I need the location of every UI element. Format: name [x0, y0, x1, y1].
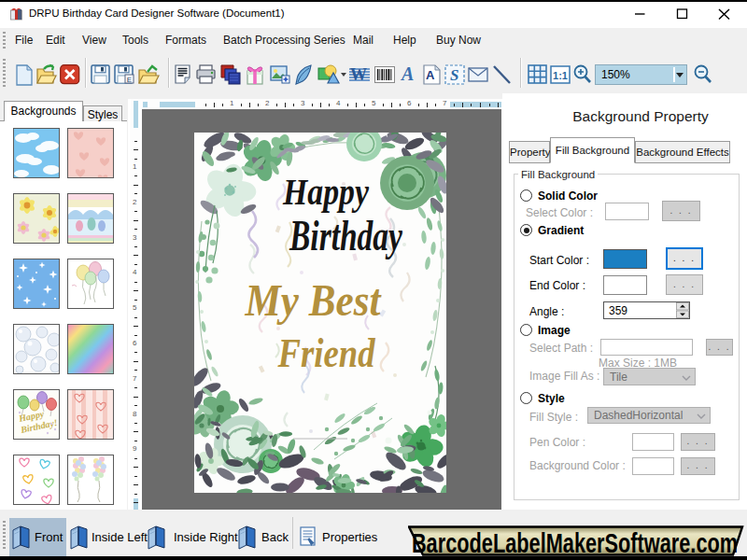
svg-text:BarcodeLabelMakerSoftware.com: BarcodeLabelMakerSoftware.com [412, 528, 738, 557]
svg-text:E: E [127, 76, 132, 84]
svg-text:W: W [350, 65, 367, 84]
svg-text:My Best: My Best [245, 275, 382, 325]
svg-text:Happy: Happy [282, 171, 369, 213]
svg-text:A: A [400, 63, 414, 84]
svg-text:A: A [426, 68, 435, 82]
svg-text:S: S [450, 66, 458, 84]
svg-text:Friend: Friend [277, 330, 376, 376]
svg-text:1:1: 1:1 [553, 70, 568, 81]
svg-text:Birthday: Birthday [289, 212, 402, 259]
